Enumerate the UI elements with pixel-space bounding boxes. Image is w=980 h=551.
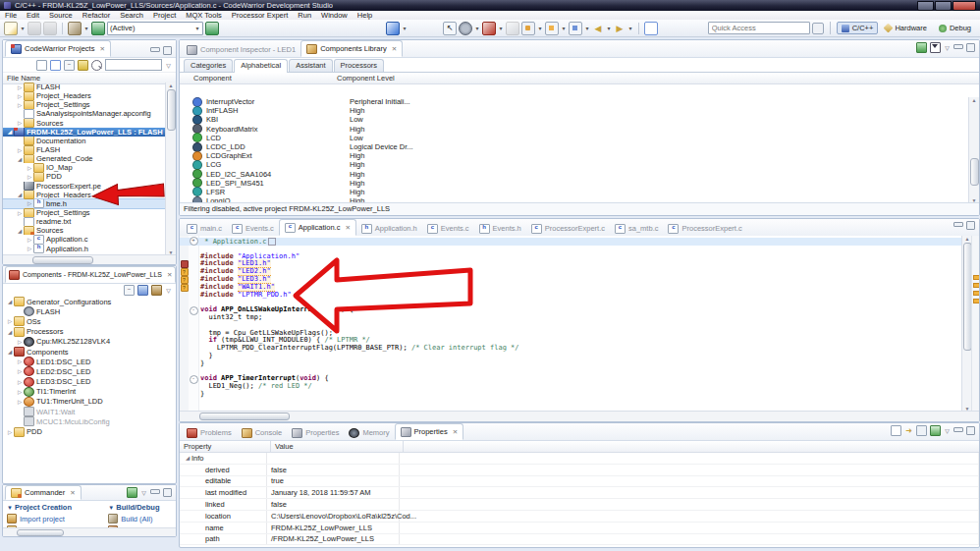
projects-vertical-scrollbar[interactable]: ▲▼	[165, 83, 176, 255]
fold-toggle-icon[interactable]: +	[190, 237, 198, 246]
editor-tab-events-h[interactable]: Events.h	[474, 221, 526, 236]
filter-icon[interactable]	[930, 42, 941, 53]
expander-icon[interactable]: ▷	[16, 358, 24, 364]
tab-commander[interactable]: Commander ✕	[5, 485, 82, 500]
tree-item-project-headers[interactable]: ◢Project_Headers	[3, 191, 167, 199]
tree-item-frdm-kl25z-lowpower-lls-flash[interactable]: ◢FRDM-KL25Z_LowPower_LLS : FLASH	[3, 128, 167, 137]
bottom-tab-problems[interactable]: Problems	[182, 425, 237, 440]
filter-keys-icon[interactable]	[78, 60, 88, 71]
build-config-icon[interactable]	[205, 22, 219, 35]
tree-item-sources[interactable]: ◢Sources	[3, 226, 167, 235]
tree-item-readme-txt[interactable]: readme.txt	[3, 217, 167, 226]
maximize-view-icon[interactable]	[966, 426, 975, 435]
tree-item-processors[interactable]: ◢Processors	[3, 327, 176, 337]
view-menu-icon[interactable]: ▽	[165, 62, 172, 69]
menu-search[interactable]: Search	[115, 11, 148, 20]
perspective-debug-button[interactable]: Debug	[934, 22, 976, 34]
expander-icon[interactable]: ▷	[16, 399, 24, 405]
layout-icon[interactable]	[36, 60, 47, 71]
gear-icon[interactable]	[459, 22, 472, 35]
menu-source[interactable]: Source	[44, 11, 78, 20]
error-marker-icon[interactable]	[181, 260, 189, 268]
gear-dropdown-icon[interactable]: ▾	[474, 25, 480, 31]
feather-icon[interactable]	[386, 22, 400, 35]
bottom-tab-properties[interactable]: Properties	[287, 425, 344, 440]
expander-icon[interactable]: ▷	[16, 147, 24, 153]
component-row-led-spi-ms451[interactable]: LED_SPI_MS451High	[180, 179, 969, 188]
expander-icon[interactable]: ▷	[26, 174, 33, 180]
tree-item-flash[interactable]: ▷FLASH	[3, 145, 167, 154]
tree-item-bme-h[interactable]: ▷bme.h	[3, 199, 167, 208]
warning-mark[interactable]	[973, 291, 980, 296]
property-row-editable[interactable]: editabletrue	[180, 476, 979, 488]
tree-item-application-h[interactable]: ▷Application.h	[3, 245, 167, 253]
tree-item-project-settings[interactable]: ▷Project_Settings	[3, 208, 167, 217]
tree-item-ti1-timerint[interactable]: ▷TI1:TimerInt	[3, 387, 176, 397]
editor-tab-main-c[interactable]: main.c	[182, 221, 227, 236]
bookmark-icon[interactable]	[521, 22, 535, 35]
maximize-view-icon[interactable]	[966, 43, 975, 52]
editor-tab-processorexpert-c[interactable]: ProcessorExpert.c	[526, 221, 610, 236]
tab-close-icon[interactable]: ✕	[70, 489, 75, 497]
code-line-15[interactable]: LPTMR_PDD_ClearInterruptFlag(LPTMR0_BASE…	[180, 345, 962, 353]
build-dropdown-icon[interactable]: ▾	[83, 25, 89, 31]
commander-action-import-project[interactable]: Import project	[7, 514, 94, 523]
warning-marker-icon[interactable]: ?	[181, 276, 189, 284]
code-line-4[interactable]: #include "LED1.h"	[180, 260, 962, 268]
expander-icon[interactable]: ▷	[26, 237, 33, 243]
code-line-7[interactable]: ?#include "WAIT1.h"	[180, 284, 962, 292]
code-line-21[interactable]: }	[180, 391, 962, 399]
perspective-cpp-button[interactable]: C/C++	[837, 22, 879, 34]
component-row-lcdc-ldd[interactable]: LCDC_LDDLogical Device Dr...	[180, 142, 969, 151]
show-categories-icon[interactable]	[891, 425, 901, 436]
expander-icon[interactable]: ▷	[16, 93, 24, 99]
add-component-icon[interactable]	[916, 42, 927, 53]
minimize-view-icon[interactable]	[953, 222, 963, 227]
expander-icon[interactable]: ▷	[16, 389, 24, 395]
editor-tab-events-c[interactable]: Events.c	[422, 221, 474, 236]
menu-run[interactable]: Run	[293, 11, 316, 20]
tree-item-project-settings[interactable]: ▷Project_Settings	[3, 100, 167, 109]
code-line-10[interactable]: -void APP_OnLLSWakeUpInterrupt(void) {	[180, 306, 962, 314]
minimize-view-icon[interactable]	[953, 427, 963, 432]
tree-item-components[interactable]: ◢Components	[3, 347, 176, 357]
subtab-categories[interactable]: Categories	[184, 59, 233, 72]
library-tab-component-inspector-led1[interactable]: Component Inspector - LED1	[182, 42, 300, 57]
forward-icon[interactable]: ▶	[614, 23, 626, 34]
expander-icon[interactable]: ▷	[16, 339, 24, 345]
select-tool-icon[interactable]: ↖	[443, 22, 457, 35]
code-line-16[interactable]: }	[180, 353, 962, 360]
expander-icon[interactable]: ▷	[16, 210, 24, 216]
code-line-6[interactable]: ?#include "LED3.h"	[180, 276, 962, 284]
minimize-button[interactable]	[917, 1, 934, 11]
expander-icon[interactable]: ◢	[6, 329, 14, 335]
warning-marker-icon[interactable]: ?	[181, 268, 189, 276]
property-row-last-modified[interactable]: last modifiedJanuary 18, 2018 11:59:57 A…	[180, 487, 979, 499]
property-column-header[interactable]: Property	[180, 441, 271, 452]
tab-close-icon[interactable]: ✕	[392, 45, 397, 53]
build-hammer-icon[interactable]	[68, 22, 82, 35]
menu-project[interactable]: Project	[148, 11, 181, 20]
open-perspective-button[interactable]	[812, 23, 824, 34]
expander-icon[interactable]: ▷	[16, 368, 24, 374]
expander-icon[interactable]: ◢	[6, 349, 14, 355]
maximize-button[interactable]	[935, 1, 952, 11]
perspective-hardware-button[interactable]: Hardware	[880, 22, 932, 34]
expander-icon[interactable]: ▷	[16, 379, 24, 385]
next-annotation-icon[interactable]	[569, 22, 582, 35]
tree-item-oss[interactable]: ▷OSs	[3, 316, 176, 326]
tab-close-icon[interactable]: ✕	[99, 45, 104, 53]
project-filter-input[interactable]	[105, 59, 162, 71]
menu-processor-expert[interactable]: Processor Expert	[227, 11, 294, 20]
tab-close-icon[interactable]: ✕	[453, 428, 458, 436]
code-line-11[interactable]: uint32_t tmp;	[180, 314, 962, 322]
search-icon[interactable]	[91, 60, 102, 71]
view-menu-icon[interactable]: ▽	[944, 427, 951, 434]
tab-close-icon[interactable]: ✕	[167, 271, 172, 279]
property-row-info[interactable]: ◢Info	[180, 453, 979, 465]
commander-action-build-all[interactable]: Build (All)	[108, 514, 159, 523]
view-menu-icon[interactable]: ▽	[165, 287, 172, 294]
warning-mark[interactable]	[973, 275, 980, 280]
expander-icon[interactable]: ▷	[26, 246, 33, 251]
tree-item-flash[interactable]: ▷FLASH	[3, 83, 167, 91]
